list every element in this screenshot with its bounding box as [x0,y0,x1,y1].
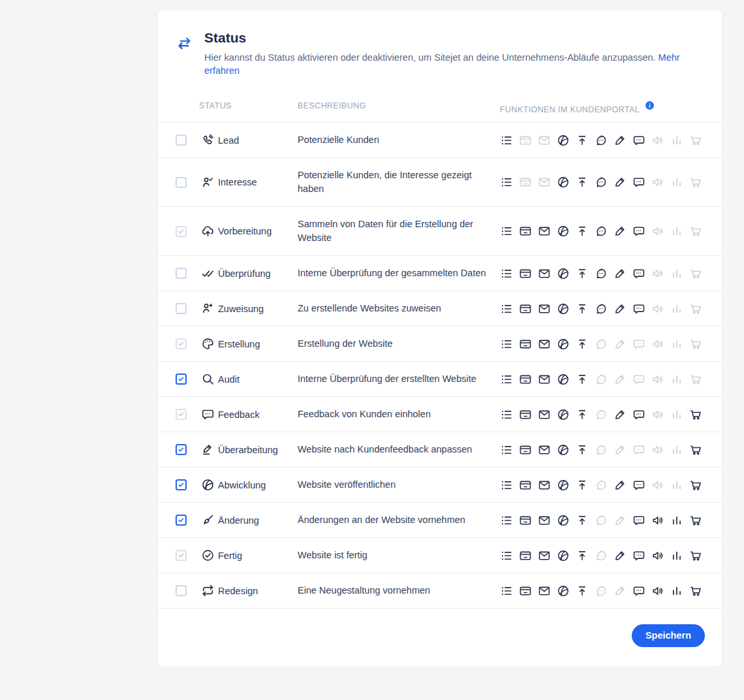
upload-icon[interactable] [576,267,589,280]
save-button[interactable]: Speichern [632,624,705,647]
cart-icon[interactable] [689,267,702,280]
speaker-icon[interactable] [651,584,664,597]
globe-icon[interactable] [557,479,570,492]
speaker-icon[interactable] [651,302,664,315]
bar-chart-icon[interactable] [670,267,683,280]
comment-dots-icon[interactable] [632,338,645,351]
status-checkbox[interactable] [176,374,187,385]
chat-bubble-icon[interactable] [595,134,608,147]
globe-icon[interactable] [557,443,570,456]
pencil-icon[interactable] [613,549,627,562]
cart-icon[interactable] [689,479,702,492]
list-icon[interactable] [500,514,513,527]
credit-card-icon[interactable] [519,408,532,421]
upload-icon[interactable] [576,176,589,189]
bar-chart-icon[interactable] [670,408,683,421]
bar-chart-icon[interactable] [670,225,683,238]
chat-bubble-icon[interactable] [595,338,608,351]
credit-card-icon[interactable] [519,479,532,492]
credit-card-icon[interactable] [519,443,532,456]
envelope-icon[interactable] [538,338,551,351]
upload-icon[interactable] [576,302,589,315]
cart-icon[interactable] [689,514,702,527]
credit-card-icon[interactable] [519,514,532,527]
pencil-icon[interactable] [613,134,627,147]
globe-icon[interactable] [557,549,570,562]
list-icon[interactable] [500,479,513,492]
chat-bubble-icon[interactable] [595,549,608,562]
comment-dots-icon[interactable] [632,373,645,386]
status-checkbox[interactable] [176,177,187,188]
globe-icon[interactable] [557,338,570,351]
status-checkbox[interactable] [176,135,187,146]
pencil-icon[interactable] [613,479,627,492]
upload-icon[interactable] [576,514,589,527]
envelope-icon[interactable] [538,514,551,527]
pencil-icon[interactable] [613,514,627,527]
comment-dots-icon[interactable] [632,267,645,280]
bar-chart-icon[interactable] [670,514,683,527]
envelope-icon[interactable] [538,225,551,238]
upload-icon[interactable] [576,479,589,492]
chat-bubble-icon[interactable] [595,225,608,238]
comment-dots-icon[interactable] [632,134,645,147]
list-icon[interactable] [500,176,513,189]
pencil-icon[interactable] [613,267,627,280]
list-icon[interactable] [500,584,513,597]
globe-icon[interactable] [557,302,570,315]
status-checkbox[interactable] [176,303,187,314]
upload-icon[interactable] [576,443,589,456]
globe-icon[interactable] [557,373,570,386]
cart-icon[interactable] [689,584,702,597]
chat-bubble-icon[interactable] [595,302,608,315]
comment-dots-icon[interactable] [632,443,645,456]
chat-bubble-icon[interactable] [595,176,608,189]
credit-card-icon[interactable] [519,267,532,280]
speaker-icon[interactable] [651,267,664,280]
bar-chart-icon[interactable] [670,134,683,147]
list-icon[interactable] [500,338,513,351]
credit-card-icon[interactable] [519,225,532,238]
globe-icon[interactable] [557,514,570,527]
status-checkbox[interactable] [176,479,187,490]
bar-chart-icon[interactable] [670,302,683,315]
credit-card-icon[interactable] [519,302,532,315]
credit-card-icon[interactable] [519,373,532,386]
speaker-icon[interactable] [651,443,664,456]
credit-card-icon[interactable] [519,338,532,351]
status-checkbox[interactable] [176,444,187,455]
chat-bubble-icon[interactable] [595,267,608,280]
list-icon[interactable] [500,549,513,562]
speaker-icon[interactable] [651,225,664,238]
list-icon[interactable] [500,408,513,421]
envelope-icon[interactable] [538,373,551,386]
credit-card-icon[interactable] [519,134,532,147]
speaker-icon[interactable] [651,479,664,492]
list-icon[interactable] [500,134,513,147]
pencil-icon[interactable] [613,338,627,351]
pencil-icon[interactable] [613,443,627,456]
bar-chart-icon[interactable] [670,176,683,189]
globe-icon[interactable] [557,584,570,597]
pencil-icon[interactable] [613,302,627,315]
envelope-icon[interactable] [538,479,551,492]
bar-chart-icon[interactable] [670,373,683,386]
comment-dots-icon[interactable] [632,225,645,238]
credit-card-icon[interactable] [519,549,532,562]
speaker-icon[interactable] [651,408,664,421]
speaker-icon[interactable] [651,514,664,527]
bar-chart-icon[interactable] [670,338,683,351]
envelope-icon[interactable] [538,134,551,147]
chat-bubble-icon[interactable] [595,514,608,527]
bar-chart-icon[interactable] [670,479,683,492]
envelope-icon[interactable] [538,302,551,315]
list-icon[interactable] [500,443,513,456]
cart-icon[interactable] [689,373,702,386]
bar-chart-icon[interactable] [670,443,683,456]
speaker-icon[interactable] [651,549,664,562]
list-icon[interactable] [500,373,513,386]
globe-icon[interactable] [557,267,570,280]
envelope-icon[interactable] [538,408,551,421]
upload-icon[interactable] [576,134,589,147]
status-checkbox[interactable] [176,515,187,526]
